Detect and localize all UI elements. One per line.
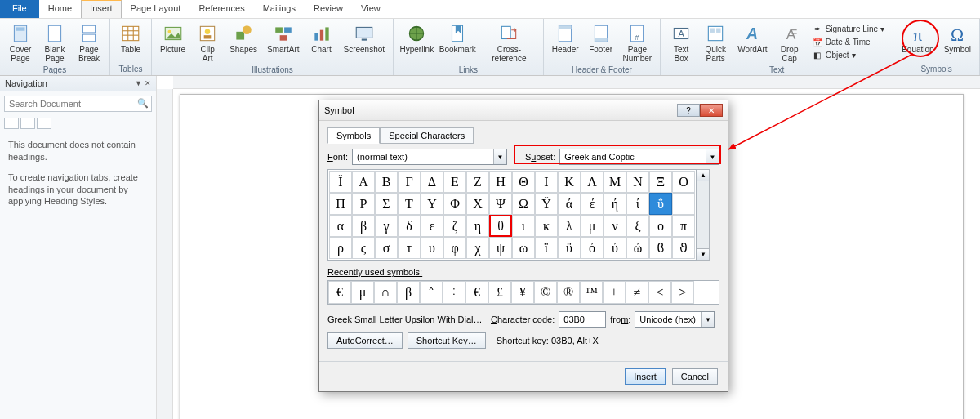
chevron-down-icon[interactable]: ▼ <box>701 312 714 327</box>
dropcap-button[interactable]: ADropCap <box>774 20 805 65</box>
symbol-cell[interactable]: Ϊ <box>329 171 352 193</box>
recent-symbol-cell[interactable]: ® <box>557 281 580 304</box>
symbol-cell[interactable]: ή <box>604 193 626 215</box>
symbol-cell[interactable]: Π <box>329 193 352 215</box>
recent-symbol-cell[interactable]: β <box>397 281 420 304</box>
shortcut-key-button[interactable]: Shortcut Key… <box>408 332 486 349</box>
symbol-cell[interactable]: μ <box>581 215 604 237</box>
symbol-cell[interactable]: ό <box>581 237 604 259</box>
symbol-cell[interactable]: Ν <box>626 171 649 193</box>
autocorrect-button[interactable]: AutoCorrect… <box>327 332 403 349</box>
date-time-button[interactable]: 📅Date & Time <box>810 35 887 48</box>
recent-symbol-cell[interactable]: ¥ <box>511 281 534 304</box>
symbol-cell[interactable]: γ <box>375 215 398 237</box>
symbol-cell[interactable]: Γ <box>398 171 421 193</box>
vertical-ruler[interactable] <box>157 89 173 419</box>
symbol-cell[interactable]: Μ <box>604 171 626 193</box>
header-button[interactable]: Header <box>549 20 582 56</box>
recent-symbol-cell[interactable]: ≠ <box>626 281 648 304</box>
symbol-cell[interactable]: Α <box>352 171 375 193</box>
symbol-cell[interactable] <box>672 193 695 215</box>
symbol-cell[interactable]: α <box>329 215 352 237</box>
dialog-titlebar[interactable]: Symbol ? ✕ <box>319 100 728 121</box>
symbol-cell[interactable]: φ <box>443 237 466 259</box>
nav-view-headings[interactable] <box>4 118 19 129</box>
symbol-cell[interactable]: ν <box>604 215 626 237</box>
tab-insert[interactable]: Insert <box>81 0 122 18</box>
symbol-cell[interactable]: ς <box>352 237 375 259</box>
grid-scrollbar[interactable]: ▲ ▼ <box>697 169 710 261</box>
symbol-cell[interactable]: έ <box>581 193 604 215</box>
symbol-cell[interactable]: Ρ <box>352 193 375 215</box>
font-combo[interactable]: (normal text)▼ <box>352 149 507 165</box>
symbol-cell[interactable]: Ϋ <box>535 193 558 215</box>
symbol-cell[interactable]: ε <box>421 215 443 237</box>
dialog-tab-special[interactable]: Special Characters <box>380 127 474 144</box>
smartart-button[interactable]: SmartArt <box>264 20 302 56</box>
textbox-button[interactable]: ATextBox <box>666 20 697 65</box>
symbol-cell[interactable]: Φ <box>443 193 466 215</box>
symbol-cell[interactable]: σ <box>375 237 398 259</box>
dialog-close-button[interactable]: ✕ <box>700 104 723 117</box>
horizontal-ruler[interactable] <box>173 76 980 89</box>
search-input[interactable] <box>4 96 152 112</box>
symbol-cell[interactable]: τ <box>398 237 421 259</box>
equation-button[interactable]: πEquation <box>898 20 937 56</box>
symbol-cell[interactable]: ϊ <box>535 237 558 259</box>
recent-symbol-cell[interactable]: £ <box>488 281 511 304</box>
dialog-help-button[interactable]: ? <box>677 104 700 117</box>
cancel-button[interactable]: Cancel <box>672 368 718 385</box>
symbol-cell[interactable]: Λ <box>581 171 604 193</box>
recent-symbol-cell[interactable]: μ <box>351 281 374 304</box>
tab-home[interactable]: Home <box>39 0 81 18</box>
symbol-cell[interactable]: ξ <box>626 215 649 237</box>
tab-pagelayout[interactable]: Page Layout <box>122 0 190 18</box>
signature-line-button[interactable]: ✒Signature Line ▾ <box>810 22 887 35</box>
picture-button[interactable]: Picture <box>157 20 189 56</box>
symbol-cell[interactable]: Χ <box>466 193 489 215</box>
char-code-input[interactable]: 03B0 <box>559 311 606 328</box>
chevron-down-icon[interactable]: ▼ <box>493 149 506 164</box>
symbol-cell[interactable]: Θ <box>512 171 535 193</box>
dialog-tab-symbols[interactable]: Symbols <box>327 127 380 144</box>
symbol-cell[interactable]: ι <box>512 215 535 237</box>
symbol-cell[interactable]: ϋ <box>558 237 581 259</box>
symbol-cell[interactable]: Ζ <box>466 171 489 193</box>
blank-page-button[interactable]: BlankPage <box>39 20 70 65</box>
recent-symbol-cell[interactable]: © <box>534 281 557 304</box>
symbol-cell[interactable]: Κ <box>558 171 581 193</box>
tab-references[interactable]: References <box>189 0 253 18</box>
scroll-down-icon[interactable]: ▼ <box>697 248 709 260</box>
recent-symbol-cell[interactable]: ≤ <box>648 281 671 304</box>
symbol-cell[interactable]: Ω <box>512 193 535 215</box>
symbol-cell[interactable]: Υ <box>421 193 443 215</box>
symbol-cell[interactable]: Σ <box>375 193 398 215</box>
symbol-cell[interactable]: ϐ <box>649 237 672 259</box>
symbol-cell[interactable]: δ <box>398 215 421 237</box>
nav-view-results[interactable] <box>37 118 51 129</box>
recent-symbol-cell[interactable]: ∩ <box>374 281 397 304</box>
symbol-cell[interactable]: Ψ <box>489 193 512 215</box>
search-icon[interactable]: 🔍 <box>137 98 149 109</box>
cover-page-button[interactable]: CoverPage <box>5 20 36 65</box>
symbol-cell[interactable]: η <box>466 215 489 237</box>
symbol-cell[interactable]: ί <box>626 193 649 215</box>
symbol-cell[interactable]: π <box>672 215 695 237</box>
symbol-cell[interactable]: ϑ <box>672 237 695 259</box>
symbol-cell[interactable]: Β <box>375 171 398 193</box>
screenshot-button[interactable]: Screenshot <box>341 20 389 56</box>
symbol-cell[interactable]: Ε <box>443 171 466 193</box>
symbol-cell[interactable]: ά <box>558 193 581 215</box>
symbol-cell[interactable]: ΰ <box>649 193 672 215</box>
tab-review[interactable]: Review <box>305 0 352 18</box>
symbol-cell[interactable]: Τ <box>398 193 421 215</box>
tab-mailings[interactable]: Mailings <box>254 0 305 18</box>
recent-symbol-cell[interactable]: € <box>328 281 351 304</box>
chevron-down-icon[interactable]: ▼ <box>706 149 719 164</box>
recent-symbol-cell[interactable]: ÷ <box>443 281 466 304</box>
shapes-button[interactable]: Shapes <box>226 20 261 56</box>
nav-dropdown-icon[interactable]: ▼ <box>135 79 142 87</box>
symbol-cell[interactable]: Ξ <box>649 171 672 193</box>
recent-symbol-cell[interactable]: ± <box>603 281 626 304</box>
symbol-cell[interactable]: Η <box>489 171 512 193</box>
